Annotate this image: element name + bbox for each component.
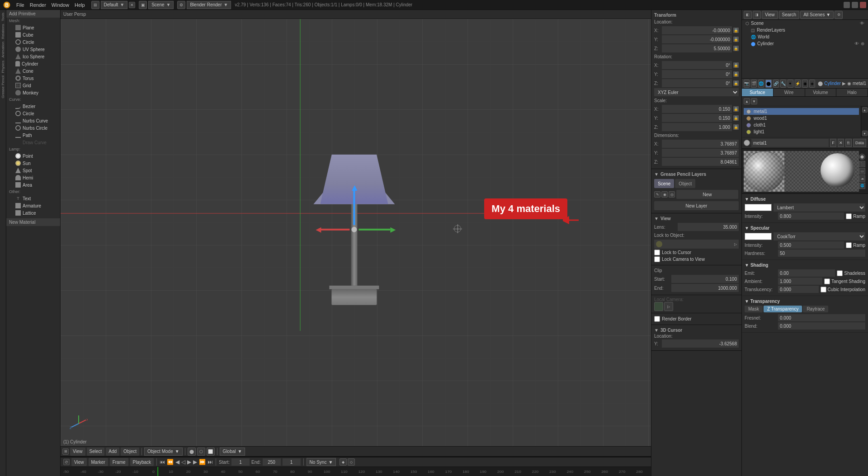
diffuse-header[interactable]: ▼ Diffuse xyxy=(745,196,865,203)
key-icon-1[interactable]: ◆ xyxy=(340,458,347,466)
halo-tab[interactable]: Halo xyxy=(836,89,868,96)
diffuse-shader-select[interactable]: Lambert xyxy=(774,203,865,212)
preview-world-btn[interactable]: 🌐 xyxy=(859,183,865,189)
prop-particle-icon[interactable]: ✦ xyxy=(788,80,793,88)
sidebar-item-text[interactable]: T Text xyxy=(6,195,60,202)
dim-y[interactable] xyxy=(662,149,739,157)
transparency-header[interactable]: ▼ Transparency xyxy=(745,298,865,306)
play-btn[interactable]: ▶ xyxy=(187,459,191,465)
mat-f-btn[interactable]: F xyxy=(830,139,836,147)
menu-file[interactable]: File xyxy=(14,1,27,9)
prop-scene-icon[interactable]: 🎬 xyxy=(751,80,757,88)
outliner-renderlayers-item[interactable]: ◫ RenderLayers xyxy=(742,27,868,33)
translucency-value[interactable]: 0.000 xyxy=(778,286,819,293)
nav-icon-1[interactable]: ◧ xyxy=(744,11,752,19)
rotation-z[interactable] xyxy=(662,79,732,87)
mat-move-up-btn[interactable]: ▲ xyxy=(862,107,868,113)
sidebar-item-sun[interactable]: Sun xyxy=(6,160,60,167)
3d-viewport[interactable]: User Persp xyxy=(61,10,651,456)
blend-value[interactable]: 0.000 xyxy=(778,322,865,330)
rotation-y-lock[interactable]: 🔒 xyxy=(733,71,739,77)
current-frame-input[interactable]: 1 xyxy=(283,458,301,466)
render-border-checkbox[interactable] xyxy=(654,316,660,322)
close-btn[interactable] xyxy=(860,2,866,8)
timeline-frame-btn[interactable]: Frame xyxy=(110,458,128,466)
rotation-x-lock[interactable]: 🔒 xyxy=(733,62,739,68)
specular-header[interactable]: ▼ Specular xyxy=(745,225,865,231)
lock-camera-checkbox[interactable] xyxy=(654,256,660,262)
sidebar-item-bezier[interactable]: Bezier xyxy=(6,103,60,110)
preview-sphere-btn[interactable]: ⬤ xyxy=(859,154,865,160)
blender-logo[interactable]: B xyxy=(2,0,12,10)
next-keyframe-btn[interactable]: ▶ xyxy=(193,459,197,465)
sidebar-item-circle[interactable]: Circle xyxy=(6,38,60,46)
cyl-restrict-icon2[interactable]: ⊕ xyxy=(861,41,864,46)
volume-tab[interactable]: Volume xyxy=(805,89,837,96)
material-item-light1[interactable]: light1 xyxy=(744,128,859,135)
sidebar-item-nurbs-circle[interactable]: Nurbs Circle xyxy=(6,124,60,132)
layout-icon[interactable]: ⊞ xyxy=(91,1,99,9)
prop-object-icon[interactable]: ⬤ xyxy=(765,80,771,88)
skip-end-btn[interactable]: ⏭ xyxy=(208,459,213,465)
new-material-header[interactable]: New Material xyxy=(6,218,60,226)
tangent-checkbox[interactable] xyxy=(824,278,830,284)
sidebar-item-lattice[interactable]: Lattice xyxy=(6,209,60,217)
sidebar-item-cylinder[interactable]: Cylinder xyxy=(6,60,60,67)
lock-object-arrow[interactable]: ▷ xyxy=(734,242,737,246)
prop-material-icon[interactable]: ◉ xyxy=(802,80,808,88)
raytrace-tab[interactable]: Raytrace xyxy=(803,306,828,312)
menu-window[interactable]: Window xyxy=(49,1,72,9)
sidebar-item-nurbs-curve[interactable]: Nurbs Curve xyxy=(6,117,60,124)
scale-y[interactable] xyxy=(662,114,732,122)
fresnel-value[interactable]: 0.000 xyxy=(778,314,865,321)
lens-input[interactable] xyxy=(678,223,739,231)
tool-strip-icon-1[interactable]: Tools xyxy=(0,12,6,22)
diffuse-intensity-value[interactable]: 0.800 xyxy=(778,212,844,220)
location-y[interactable] xyxy=(662,35,732,43)
scene-selector[interactable]: Scene ▼ xyxy=(148,1,174,9)
all-scenes-selector[interactable]: All Scenes ▼ xyxy=(800,11,834,19)
scale-x[interactable] xyxy=(662,105,732,113)
texture-mode-icon[interactable]: ⬜ xyxy=(207,448,215,456)
menu-render[interactable]: Render xyxy=(27,1,49,9)
sidebar-item-torus[interactable]: Torus xyxy=(6,75,60,82)
grease-pencil-header[interactable]: ▼ Grease Pencil Layers xyxy=(654,171,739,178)
view-header[interactable]: ▼ View xyxy=(654,215,739,222)
cursor-y[interactable] xyxy=(662,339,739,348)
spec-intensity-value[interactable]: 0.500 xyxy=(778,241,844,249)
location-z-lock[interactable]: 🔒 xyxy=(733,46,739,51)
tool-strip-icon-4[interactable]: Physics xyxy=(0,60,6,74)
grease-new-layer-btn[interactable]: New Layer xyxy=(654,201,739,210)
location-y-lock[interactable]: 🔒 xyxy=(733,37,739,42)
grease-scene-btn[interactable]: Scene xyxy=(654,179,674,188)
end-frame-input[interactable]: 250 xyxy=(263,458,281,466)
clip-end[interactable] xyxy=(671,284,739,292)
ambient-value[interactable]: 1.000 xyxy=(778,278,822,285)
specular-shader-select[interactable]: CookTorr xyxy=(774,232,865,240)
step-forward-btn[interactable]: ⏩ xyxy=(199,459,206,465)
spec-ramp-checkbox[interactable] xyxy=(846,242,852,248)
scale-x-lock[interactable]: 🔒 xyxy=(733,106,739,112)
diffuse-ramp-checkbox[interactable] xyxy=(846,213,852,219)
mat-slot-down-icon[interactable]: ▼ xyxy=(751,98,757,104)
mat-copy-btn[interactable]: ⎘ xyxy=(845,139,852,147)
rotation-mode-select[interactable]: XYZ Euler xyxy=(654,88,739,96)
viewport-canvas[interactable]: My 4 materials (1) Cylinder xyxy=(61,19,651,446)
sidebar-item-area[interactable]: Area xyxy=(6,181,60,189)
key-icon-2[interactable]: ◇ xyxy=(348,458,355,466)
emit-value[interactable]: 0.00 xyxy=(778,269,835,277)
hardness-value[interactable]: 50 xyxy=(778,250,865,257)
mask-tab[interactable]: Mask xyxy=(745,306,763,312)
outliner-settings-btn[interactable]: ⚙ xyxy=(835,11,843,19)
location-x[interactable] xyxy=(662,26,732,34)
prop-modifier-icon[interactable]: 🔧 xyxy=(780,80,786,88)
viewport-add-btn[interactable]: Add xyxy=(106,448,119,456)
timeline-marker-btn[interactable]: Marker xyxy=(89,458,108,466)
mat-slot-up-icon[interactable]: ▲ xyxy=(744,98,750,104)
scale-y-lock[interactable]: 🔒 xyxy=(733,115,739,121)
rotation-x[interactable] xyxy=(662,61,732,69)
maximize-btn[interactable] xyxy=(852,2,858,8)
sidebar-item-spot[interactable]: Spot xyxy=(6,167,60,174)
start-frame-input[interactable]: 1 xyxy=(231,458,250,466)
sidebar-item-point[interactable]: Point xyxy=(6,152,60,160)
